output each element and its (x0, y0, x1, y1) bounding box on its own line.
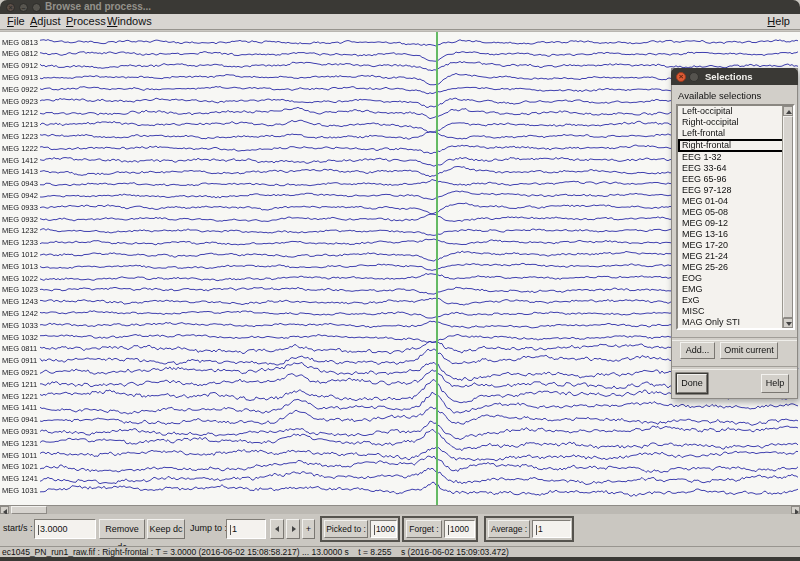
scroll-left-icon[interactable] (0, 506, 9, 514)
channel-label[interactable]: MEG 1413 (2, 167, 38, 176)
selection-item[interactable]: EMG (678, 284, 793, 295)
list-scrollbar[interactable] (782, 106, 793, 328)
menu-file[interactable]: File (5, 14, 27, 29)
channel-label[interactable]: MEG 1222 (2, 144, 38, 153)
horizontal-scrollbar[interactable] (0, 505, 800, 514)
channel-label[interactable]: MEG 1232 (2, 226, 38, 235)
dialog-title-bar[interactable]: × Selections (671, 68, 798, 85)
selection-item[interactable]: Left-occipital (678, 106, 793, 117)
channel-label[interactable]: MEG 1223 (2, 132, 38, 141)
channel-label[interactable]: MEG 1221 (2, 392, 38, 401)
channel-label[interactable]: MEG 1211 (2, 380, 37, 389)
channel-label[interactable]: MEG 0931 (2, 427, 38, 436)
selection-item[interactable]: EOG (678, 273, 793, 284)
scrollbar-thumb[interactable] (11, 506, 47, 514)
remove-dc-button[interactable]: Remove dc (99, 519, 145, 539)
start-input[interactable]: 3.0000 (34, 519, 96, 539)
channel-label[interactable]: MEG 1032 (2, 333, 38, 342)
dialog-close-icon[interactable]: × (676, 72, 686, 82)
plus-button[interactable]: + (302, 519, 315, 539)
channel-label[interactable]: MEG 1022 (2, 274, 38, 283)
channel-label[interactable]: MEG 0811 (2, 344, 37, 353)
omit-current-button[interactable]: Omit current (720, 342, 778, 359)
selection-item[interactable]: MEG 13-16 (678, 229, 793, 240)
channel-label[interactable]: MEG 0923 (2, 97, 38, 106)
minimize-icon[interactable]: – (19, 3, 28, 12)
jump-to-input[interactable]: 1 (226, 519, 266, 539)
selection-item[interactable]: ExG (678, 295, 793, 306)
prev-button[interactable] (270, 519, 284, 539)
channel-label[interactable]: MEG 1013 (2, 262, 38, 271)
selection-item[interactable]: EEG 1-32 (678, 152, 793, 163)
dialog-menu-icon[interactable] (689, 72, 699, 82)
picked-to-input[interactable]: 1000 (370, 520, 397, 538)
channel-label[interactable]: MEG 1213 (2, 120, 38, 129)
channel-label[interactable]: MEG 0932 (2, 215, 38, 224)
channel-label[interactable]: MEG 1212 (2, 108, 38, 117)
selection-item[interactable]: MEG 09-12 (678, 218, 793, 229)
forget-input[interactable]: 1000 (444, 520, 475, 538)
add-button[interactable]: Add... (680, 342, 715, 359)
selection-item[interactable]: Left-frontal (678, 128, 793, 139)
channel-label[interactable]: MEG 1011 (2, 451, 37, 460)
channel-label[interactable]: MEG 1231 (2, 439, 38, 448)
list-scrollbar-thumb[interactable] (783, 116, 793, 318)
channel-label[interactable]: MEG 1031 (2, 486, 38, 495)
selections-list[interactable]: Left-occipitalRight-occipitalLeft-fronta… (676, 104, 795, 330)
channel-label[interactable]: MEG 1021 (2, 462, 38, 471)
selection-item[interactable]: EEG 65-96 (678, 174, 793, 185)
list-scroll-up-icon[interactable] (783, 106, 793, 116)
keep-dc-button[interactable]: Keep dc (147, 519, 185, 539)
menu-adjust[interactable]: Adjust (28, 14, 63, 29)
channel-label[interactable]: MEG 0911 (2, 356, 37, 365)
channel-label[interactable]: MEG 0922 (2, 85, 38, 94)
channel-label[interactable]: MEG 0913 (2, 73, 38, 82)
picked-to-button[interactable]: Picked to : (324, 520, 368, 538)
available-selections-label: Available selections (678, 90, 761, 101)
selection-item[interactable]: EEG 33-64 (678, 163, 793, 174)
selection-item[interactable]: MEG 25-26 (678, 262, 793, 273)
menu-help[interactable]: Help (765, 14, 792, 29)
maximize-icon[interactable] (32, 3, 41, 12)
channel-label[interactable]: MEG 0942 (2, 191, 38, 200)
selection-item[interactable]: Right-occipital (678, 117, 793, 128)
selection-item[interactable]: MEG 17-20 (678, 240, 793, 251)
channel-label[interactable]: MEG 1411 (2, 403, 37, 412)
channel-label[interactable]: MEG 1233 (2, 238, 38, 247)
browse-window: × – Browse and process... File Adjust Pr… (0, 0, 800, 561)
channel-label[interactable]: MEG 1033 (2, 321, 38, 330)
selection-item[interactable]: MEG 05-08 (678, 207, 793, 218)
selection-item[interactable]: MISC (678, 306, 793, 317)
channel-label[interactable]: MEG 1241 (2, 474, 38, 483)
channel-label[interactable]: MEG 0921 (2, 368, 38, 377)
title-bar[interactable]: × – Browse and process... (0, 0, 800, 14)
channel-label[interactable]: MEG 0943 (2, 179, 38, 188)
channel-label[interactable]: MEG 0912 (2, 61, 38, 70)
channel-label[interactable]: MEG 1242 (2, 309, 38, 318)
forget-button[interactable]: Forget : (406, 520, 442, 538)
channel-label[interactable]: MEG 0812 (2, 49, 38, 58)
scroll-right-icon[interactable] (791, 506, 800, 514)
close-icon[interactable]: × (6, 3, 15, 12)
menu-process[interactable]: Process (64, 14, 108, 29)
average-input[interactable]: 1 (532, 520, 571, 538)
time-cursor[interactable] (436, 32, 438, 506)
channel-label[interactable]: MEG 1412 (2, 156, 38, 165)
selection-item[interactable]: EEG 97-128 (678, 185, 793, 196)
average-button[interactable]: Average : (488, 520, 530, 538)
channel-label[interactable]: MEG 0933 (2, 203, 38, 212)
selection-item-selected[interactable]: Right-frontal (678, 139, 793, 152)
selection-item[interactable]: MEG 01-04 (678, 196, 793, 207)
selection-item[interactable]: MAG Only STI (678, 317, 793, 328)
channel-label[interactable]: MEG 1023 (2, 285, 38, 294)
list-scroll-down-icon[interactable] (783, 318, 793, 328)
channel-label[interactable]: MEG 0813 (2, 38, 38, 47)
channel-label[interactable]: MEG 0941 (2, 415, 38, 424)
menu-windows[interactable]: Windows (105, 14, 154, 29)
channel-label[interactable]: MEG 1243 (2, 297, 38, 306)
done-button[interactable]: Done (677, 374, 707, 393)
help-button[interactable]: Help (761, 374, 789, 393)
next-button[interactable] (286, 519, 300, 539)
channel-label[interactable]: MEG 1012 (2, 250, 38, 259)
selection-item[interactable]: MEG 21-24 (678, 251, 793, 262)
